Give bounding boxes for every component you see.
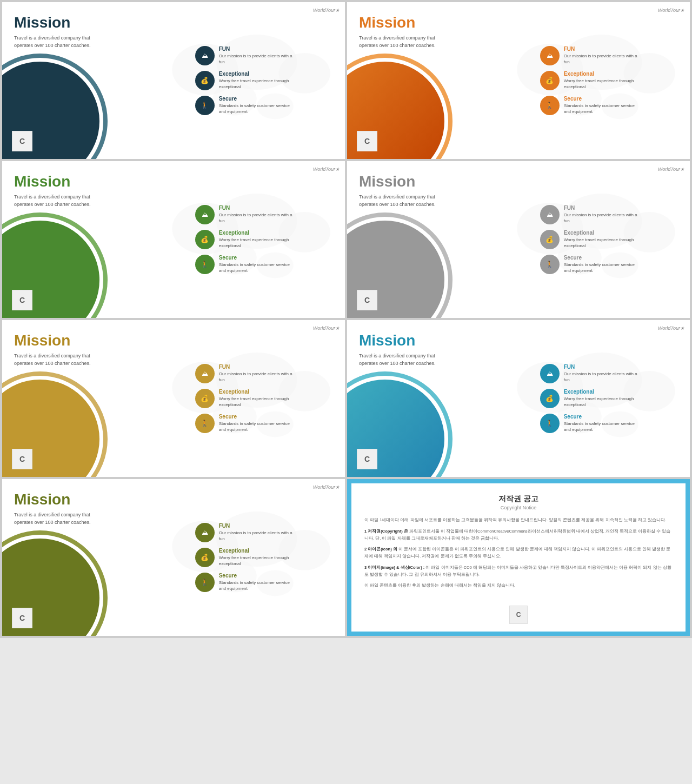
fun-desc-3: Our mission is to provide clients with a… [219, 212, 295, 224]
slide-1: Mission Travel is a diversified company … [2, 2, 345, 159]
logo-6: C [357, 449, 377, 469]
copyright-section-1: 1 저작권(Copyright) 은 파워포인트서울 이 작업물에 대한이Com… [364, 528, 673, 542]
sec-desc-7: Standards in safety customer service and… [219, 580, 295, 592]
logo-5: C [12, 449, 32, 469]
fun-desc-1: Our mission is to provide clients with a… [219, 53, 295, 65]
logo-3: C [12, 290, 32, 310]
mission-title-5: Mission [14, 332, 181, 349]
sec-icon-4: 🚶 [540, 255, 560, 274]
brand-tag-1: WorldTour★ [313, 8, 340, 13]
fun-icon-4: ⛰ [540, 205, 560, 224]
slide-left-6: Mission Travel is a diversified company … [347, 320, 536, 477]
exc-title-6: Exceptional [564, 389, 640, 395]
brand-tag-7: WorldTour★ [313, 484, 340, 490]
exc-desc-4: Worry free travel experience through exc… [564, 237, 640, 249]
logo-2: C [357, 131, 377, 151]
brand-tag-5: WorldTour★ [313, 325, 340, 331]
copyright-body-2: 이 문서에 포함된 아이콘들은 이 파워포인트의 사용으로 인해 발생한 문제에… [364, 547, 670, 559]
fun-title-3: FUN [219, 205, 295, 211]
mission-subtitle-1: Travel is a diversified company that ope… [14, 35, 101, 49]
slide-5: Mission Travel is a diversified company … [2, 320, 345, 477]
slide-right-4: WorldTour★ ⛰ FUN Our mission is to provi… [536, 161, 690, 318]
copyright-logo: C [509, 606, 528, 624]
exc-desc-6: Worry free travel experience through exc… [564, 396, 640, 408]
exc-icon-3: 💰 [195, 230, 215, 249]
feature-sec-7: 🚶 Secure Standards in safety customer se… [195, 573, 336, 592]
exc-icon-1: 💰 [195, 71, 215, 90]
slide-right-2: WorldTour★ ⛰ FUN Our mission is to provi… [536, 2, 690, 159]
brand-tag-2: WorldTour★ [658, 8, 684, 13]
sec-icon-7: 🚶 [195, 573, 215, 592]
fun-title-1: FUN [219, 46, 295, 52]
slide-right-3: WorldTour★ ⛰ FUN Our mission is to provi… [191, 161, 345, 318]
mission-title-6: Mission [359, 332, 526, 349]
logo-7: C [12, 608, 32, 628]
feature-exc-6: 💰 Exceptional Worry free travel experien… [540, 389, 681, 408]
copyright-body-1: 파워포인트서울 이 작업물에 대한이CommonCreativeCommons라… [364, 529, 670, 541]
sec-desc-2: Standards in safety customer service and… [564, 103, 640, 115]
feature-exc-2: 💰 Exceptional Worry free travel experien… [540, 71, 681, 90]
exc-desc-3: Worry free travel experience through exc… [219, 237, 295, 249]
slide-right-7: WorldTour★ ⛰ FUN Our mission is to provi… [191, 479, 345, 636]
copyright-section-title-1: 1 저작권(Copyright) 은 [364, 529, 408, 534]
sec-icon-3: 🚶 [195, 255, 215, 274]
copyright-section-title-2: 2 아이콘(icon) 의 [364, 547, 397, 552]
sec-desc-3: Standards in safety customer service and… [219, 262, 295, 274]
mission-title-4: Mission [359, 173, 526, 190]
sec-desc-4: Standards in safety customer service and… [564, 262, 640, 274]
feature-fun-2: ⛰ FUN Our mission is to provide clients … [540, 46, 681, 65]
mission-subtitle-4: Travel is a diversified company that ope… [359, 194, 445, 208]
sec-title-3: Secure [219, 255, 295, 261]
copyright-body-0: 이 파일 1세대이다 이래 파일에 서포트를 이용하는 고객분들을 위하여 유의… [364, 517, 673, 524]
brand-tag-6: WorldTour★ [658, 325, 684, 331]
slide-left-7: Mission Travel is a diversified company … [2, 479, 191, 636]
slide-3: Mission Travel is a diversified company … [2, 161, 345, 318]
mission-subtitle-7: Travel is a diversified company that ope… [14, 511, 101, 526]
sec-desc-1: Standards in safety customer service and… [219, 103, 295, 115]
brand-tag-4: WorldTour★ [658, 167, 684, 172]
slide-6: Mission Travel is a diversified company … [347, 320, 690, 477]
fun-icon-5: ⛰ [195, 364, 215, 383]
feature-exc-4: 💰 Exceptional Worry free travel experien… [540, 230, 681, 249]
feature-fun-3: ⛰ FUN Our mission is to provide clients … [195, 205, 336, 224]
sec-title-7: Secure [219, 573, 295, 579]
slide-left-1: Mission Travel is a diversified company … [2, 2, 191, 159]
mission-title-7: Mission [14, 491, 181, 508]
sec-title-4: Secure [564, 255, 640, 261]
feature-fun-5: ⛰ FUN Our mission is to provide clients … [195, 364, 336, 383]
fun-desc-4: Our mission is to provide clients with a… [564, 212, 640, 224]
copyright-section-2: 2 아이콘(icon) 의 이 문서에 포함된 아이콘들은 이 파워포인트의 사… [364, 546, 673, 560]
slide-left-5: Mission Travel is a diversified company … [2, 320, 191, 477]
copyright-section-title-3: 3 이미지(image) & 색상/Color) : [364, 565, 424, 570]
feature-exc-1: 💰 Exceptional Worry free travel experien… [195, 71, 336, 90]
slide-7: Mission Travel is a diversified company … [2, 479, 345, 636]
sec-title-6: Secure [564, 414, 640, 420]
exc-desc-5: Worry free travel experience through exc… [219, 396, 295, 408]
copyright-section-4: 이 파일 콘텐츠를 이용한 후의 발생하는 손해에 대해서는 책임을 지지 않습… [364, 582, 673, 589]
exc-title-1: Exceptional [219, 71, 295, 77]
feature-fun-1: ⛰ FUN Our mission is to provide clients … [195, 46, 336, 65]
fun-icon-7: ⛰ [195, 523, 215, 542]
feature-fun-7: ⛰ FUN Our mission is to provide clients … [195, 523, 336, 542]
copyright-slide: 저작권 공고 Copyright Notice 이 파일 1세대이다 이래 파일… [347, 479, 690, 636]
sec-icon-6: 🚶 [540, 414, 560, 433]
fun-desc-6: Our mission is to provide clients with a… [564, 371, 640, 383]
fun-desc-7: Our mission is to provide clients with a… [219, 530, 295, 542]
slide-left-4: Mission Travel is a diversified company … [347, 161, 536, 318]
mission-title-2: Mission [359, 14, 526, 31]
fun-icon-1: ⛰ [195, 46, 215, 65]
exc-icon-4: 💰 [540, 230, 560, 249]
exc-icon-2: 💰 [540, 71, 560, 90]
exc-desc-7: Worry free travel experience through exc… [219, 555, 295, 567]
feature-fun-4: ⛰ FUN Our mission is to provide clients … [540, 205, 681, 224]
slides-grid: Mission Travel is a diversified company … [0, 0, 692, 638]
exc-title-2: Exceptional [564, 71, 640, 77]
slide-2: Mission Travel is a diversified company … [347, 2, 690, 159]
exc-icon-7: 💰 [195, 548, 215, 567]
fun-title-4: FUN [564, 205, 640, 211]
mission-subtitle-3: Travel is a diversified company that ope… [14, 194, 101, 208]
copyright-body-4: 이 파일 콘텐츠를 이용한 후의 발생하는 손해에 대해서는 책임을 지지 않습… [364, 582, 673, 589]
feature-fun-6: ⛰ FUN Our mission is to provide clients … [540, 364, 681, 383]
slide-4: Mission Travel is a diversified company … [347, 161, 690, 318]
mission-subtitle-2: Travel is a diversified company that ope… [359, 35, 445, 49]
